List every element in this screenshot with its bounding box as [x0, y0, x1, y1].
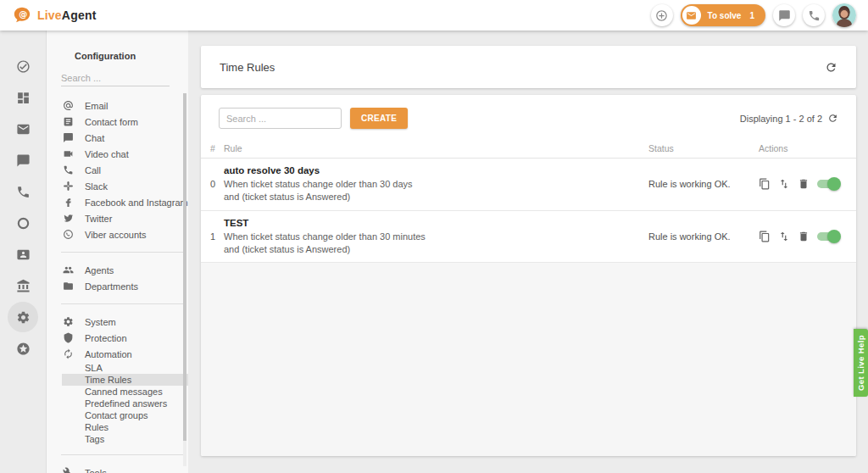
sidebar-item-contact-form[interactable]: Contact form [47, 114, 188, 130]
sidebar-item-protection[interactable]: Protection [47, 330, 188, 346]
copy-rule-button[interactable] [759, 231, 771, 242]
sidebar-search-input[interactable] [61, 70, 170, 86]
rule-description-line2: and (ticket status is Answered) [224, 191, 648, 203]
contact-form-icon [63, 116, 74, 127]
sidebar-item-label: Departments [85, 281, 138, 292]
avatar-image [832, 3, 856, 27]
sidebar-subitem-sla[interactable]: SLA [62, 362, 188, 374]
check-circle-icon [16, 59, 31, 74]
add-button[interactable] [651, 4, 673, 26]
chats-button[interactable] [773, 4, 795, 26]
rail-item-configuration[interactable] [8, 302, 38, 332]
sidebar-item-email[interactable]: Email [47, 97, 188, 114]
rule-title: auto resolve 30 days [224, 165, 648, 175]
sidebar-scrollbar[interactable] [183, 93, 186, 466]
chat-bubble-icon [778, 9, 791, 22]
sidebar-item-label: Tools [85, 468, 107, 473]
rail-item-dashboard[interactable] [8, 82, 38, 113]
copy-icon [759, 178, 771, 190]
sidebar-subitem-contact-groups[interactable]: Contact groups [62, 409, 188, 421]
sidebar-item-video-chat[interactable]: Video chat [47, 146, 188, 162]
call-icon [16, 185, 31, 199]
sidebar-item-departments[interactable]: Departments [47, 278, 188, 294]
refresh-icon[interactable] [827, 113, 838, 124]
sidebar-item-automation[interactable]: Automation [47, 346, 188, 362]
status-circle-icon [16, 216, 31, 231]
to-solve-count: 1 [749, 11, 754, 20]
sidebar-subitem-canned-messages[interactable]: Canned messages [62, 386, 188, 398]
get-live-help-button[interactable]: Get Live Help [854, 329, 868, 397]
rule-title: TEST [224, 218, 648, 228]
at-icon [63, 100, 74, 111]
sidebar-title: Configuration [75, 51, 188, 61]
rail-item-chat[interactable] [8, 145, 38, 175]
sidebar-item-agents[interactable]: Agents [47, 262, 188, 278]
sidebar-item-tools[interactable]: Tools [47, 465, 188, 473]
page-refresh-button[interactable] [825, 61, 837, 74]
sidebar-item-label: Protection [85, 333, 127, 343]
sidebar-item-chat[interactable]: Chat [47, 130, 188, 146]
rail-item-badges[interactable] [8, 333, 38, 364]
sidebar-subitem-rules[interactable]: Rules [62, 421, 188, 433]
rail-item-tickets[interactable] [8, 51, 38, 81]
settings-gear-icon [16, 310, 31, 325]
delete-rule-button[interactable] [798, 178, 810, 190]
system-gear-icon [63, 316, 74, 327]
user-avatar[interactable] [832, 3, 856, 27]
rail-item-status[interactable] [8, 208, 38, 238]
rail-item-call[interactable] [8, 176, 38, 207]
mail-icon [16, 122, 31, 136]
configuration-sidebar: Configuration Email Contact form Chat Vi… [47, 31, 188, 473]
swap-vert-icon [778, 178, 790, 190]
twitter-icon [63, 213, 74, 224]
videocam-icon [63, 148, 74, 159]
chat-icon [16, 153, 31, 168]
sidebar-item-twitter[interactable]: Twitter [47, 210, 188, 226]
rules-search-input[interactable] [219, 108, 342, 129]
icon-rail [0, 31, 47, 473]
delete-rule-button[interactable] [798, 231, 810, 242]
col-header-num: # [210, 143, 224, 153]
copy-rule-button[interactable] [759, 178, 771, 190]
sidebar-item-system[interactable]: System [47, 314, 188, 330]
page-header-card: Time Rules [201, 46, 856, 88]
sidebar-scrollbar-thumb[interactable] [183, 93, 186, 441]
to-solve-label: To solve [708, 11, 742, 20]
sidebar-subitem-time-rules[interactable]: Time Rules [62, 374, 188, 386]
rules-card: CREATE Displaying 1 - 2 of 2 # Rule Stat… [201, 95, 856, 456]
envelope-icon [686, 10, 697, 21]
sidebar-item-viber[interactable]: Viber accounts [47, 226, 188, 242]
rule-enabled-toggle[interactable] [817, 232, 839, 241]
page-title: Time Rules [220, 61, 275, 74]
trash-icon [798, 178, 810, 190]
reorder-rule-button[interactable] [778, 231, 790, 242]
rail-item-contacts[interactable] [8, 239, 38, 270]
displaying-count: Displaying 1 - 2 of 2 [740, 114, 822, 124]
swap-vert-icon [778, 231, 790, 242]
contacts-icon [16, 248, 31, 262]
rule-enabled-toggle[interactable] [817, 180, 839, 188]
chat-icon [63, 132, 74, 143]
sidebar-item-slack[interactable]: Slack [47, 178, 188, 194]
sidebar-item-facebook-instagram[interactable]: Facebook and Instagram [47, 194, 188, 210]
rail-item-email[interactable] [8, 114, 38, 144]
sidebar-subitem-predefined-answers[interactable]: Predefined answers [62, 398, 188, 409]
call-icon [63, 164, 74, 175]
liveagent-logo: @ LiveAgent [12, 6, 97, 25]
table-row[interactable]: 0 auto resolve 30 days When ticket statu… [201, 159, 856, 211]
brand-text: LiveAgent [37, 8, 97, 22]
rules-toolbar: CREATE Displaying 1 - 2 of 2 [201, 95, 856, 138]
to-solve-button[interactable]: To solve 1 [681, 4, 765, 26]
rail-item-organization[interactable] [8, 270, 38, 301]
calls-button[interactable] [803, 4, 825, 26]
table-row[interactable]: 1 TEST When ticket status change older t… [201, 211, 856, 264]
sidebar-item-label: Automation [85, 349, 132, 359]
sidebar-item-call[interactable]: Call [47, 162, 188, 178]
sidebar-item-label: Viber accounts [85, 230, 147, 240]
reorder-rule-button[interactable] [778, 178, 790, 190]
sidebar-item-label: Agents [85, 265, 114, 275]
add-circle-icon [655, 9, 668, 22]
sidebar-subitem-tags[interactable]: Tags [62, 433, 188, 445]
create-button[interactable]: CREATE [350, 108, 408, 129]
shield-icon [63, 332, 74, 343]
